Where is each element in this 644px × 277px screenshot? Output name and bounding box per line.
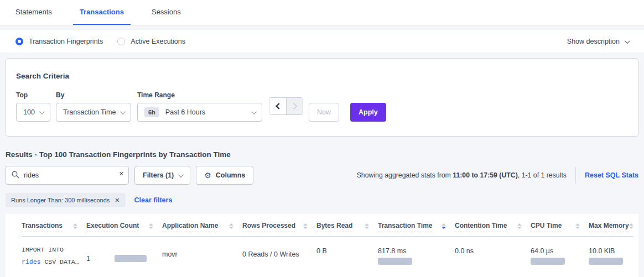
- execution-count-cell: 1: [86, 244, 162, 268]
- filters-label: Filters (1): [143, 171, 174, 179]
- chevron-left-icon: [276, 103, 282, 109]
- chevron-right-icon: [290, 103, 297, 109]
- column-header-max-memory[interactable]: Max Memory: [589, 222, 642, 232]
- tab-transactions[interactable]: Transactions: [73, 0, 131, 25]
- top-label: Top: [16, 91, 56, 99]
- application-name-cell: movr: [162, 244, 242, 268]
- column-header-application-name[interactable]: Application Name: [162, 222, 242, 232]
- table-header-row: Transactions Execution Count Application…: [22, 222, 633, 237]
- time-nav-group: [269, 97, 303, 115]
- column-header-contention-time[interactable]: Contention Time: [455, 222, 531, 232]
- time-range-badge: 6h: [144, 107, 159, 117]
- column-header-transactions[interactable]: Transactions: [22, 222, 86, 232]
- columns-label: Columns: [216, 171, 245, 179]
- search-criteria-panel: Search Criteria Top 100 By Transaction T…: [6, 58, 638, 137]
- by-select[interactable]: Transaction Time: [56, 103, 131, 122]
- time-next-button[interactable]: [286, 98, 303, 114]
- time-range-select[interactable]: 6h Past 6 Hours: [137, 103, 262, 122]
- sort-icon[interactable]: [149, 223, 153, 229]
- time-range-field: Time Range 6h Past 6 Hours: [137, 91, 262, 122]
- clear-filters-link[interactable]: Clear filters: [134, 196, 173, 204]
- tab-statements[interactable]: Statements: [9, 0, 59, 25]
- filters-button[interactable]: Filters (1): [134, 166, 190, 185]
- time-prev-button[interactable]: [269, 98, 286, 114]
- contention-time-cell: 0.0 ns: [455, 244, 531, 268]
- radio-active-executions[interactable]: Active Executions: [117, 38, 185, 45]
- sort-icon[interactable]: [303, 223, 308, 229]
- remove-filter-icon[interactable]: ✕: [115, 197, 120, 204]
- results-table: Transactions Execution Count Application…: [6, 214, 638, 277]
- sort-icon[interactable]: [229, 223, 233, 229]
- search-icon: [12, 171, 19, 180]
- search-criteria-title: Search Criteria: [16, 72, 628, 80]
- sort-icon[interactable]: [629, 223, 633, 229]
- by-select-value: Transaction Time: [63, 108, 116, 116]
- divider: [575, 167, 576, 184]
- radio-label: Active Executions: [131, 38, 185, 45]
- radio-unselected-icon: [117, 38, 125, 45]
- columns-button[interactable]: ⚙ Columns: [196, 166, 253, 185]
- time-range-label: Time Range: [137, 91, 262, 99]
- now-button[interactable]: Now: [309, 103, 339, 122]
- sort-icon[interactable]: [517, 223, 522, 229]
- chevron-down-icon: [120, 109, 126, 114]
- tab-sessions[interactable]: Sessions: [145, 0, 188, 25]
- chevron-down-icon: [39, 109, 45, 114]
- by-field: By Transaction Time: [56, 91, 137, 122]
- results-heading: Results - Top 100 Transaction Fingerprin…: [6, 150, 638, 159]
- chevron-down-icon: [625, 38, 630, 44]
- transaction-time-cell: 817.8 ms: [378, 244, 455, 268]
- radio-label: Transaction Fingerprints: [29, 38, 103, 45]
- table-row: IMPORT INTO rides CSV DATA… 1 movr 0 Rea…: [22, 237, 633, 277]
- search-input[interactable]: [6, 166, 129, 185]
- radio-transaction-fingerprints[interactable]: Transaction Fingerprints: [15, 38, 103, 45]
- clear-search-icon[interactable]: ✕: [119, 170, 124, 177]
- execution-count-bar: [115, 255, 147, 262]
- max-memory-bar: [589, 258, 623, 265]
- column-header-rows-processed[interactable]: Rows Processed: [242, 222, 316, 232]
- transaction-time-bar: [378, 258, 412, 265]
- highlighted-term: rides: [22, 258, 41, 265]
- time-range-value: Past 6 Hours: [165, 108, 205, 116]
- column-header-execution-count[interactable]: Execution Count: [86, 222, 162, 232]
- filter-chip-label: Runs Longer Than: 300 milliseconds: [11, 197, 110, 203]
- bytes-read-cell: 0 B: [316, 244, 378, 268]
- rows-processed-cell: 0 Reads / 0 Writes: [242, 244, 316, 268]
- reset-sql-stats-link[interactable]: Reset SQL Stats: [585, 171, 638, 179]
- top-field: Top 100: [16, 91, 56, 122]
- chevron-down-icon: [251, 109, 257, 114]
- by-label: By: [56, 91, 137, 99]
- filter-chip: Runs Longer Than: 300 milliseconds ✕: [6, 193, 126, 207]
- gear-icon: ⚙: [204, 171, 211, 179]
- apply-button[interactable]: Apply: [350, 103, 386, 122]
- results-section: Results - Top 100 Transaction Fingerprin…: [0, 150, 644, 277]
- top-select[interactable]: 100: [16, 103, 50, 122]
- top-select-value: 100: [23, 108, 35, 116]
- sort-icon[interactable]: [575, 223, 580, 229]
- transaction-statement-link[interactable]: IMPORT INTO rides CSV DATA…: [22, 244, 86, 268]
- results-search-box: ✕: [6, 166, 129, 185]
- show-description-toggle[interactable]: Show description: [567, 38, 629, 45]
- max-memory-cell: 10.0 KiB: [589, 244, 633, 268]
- view-toggle-strip: Transaction Fingerprints Active Executio…: [0, 30, 644, 53]
- radio-selected-icon: [15, 38, 23, 45]
- sort-icon[interactable]: [365, 223, 369, 229]
- column-header-transaction-time[interactable]: Transaction Time: [378, 222, 455, 232]
- sort-icon[interactable]: [442, 223, 446, 229]
- cpu-time-cell: 64.0 µs: [531, 244, 589, 268]
- column-header-bytes-read[interactable]: Bytes Read: [316, 222, 378, 232]
- column-header-cpu-time[interactable]: CPU Time: [531, 222, 589, 232]
- show-description-label: Show description: [567, 38, 620, 45]
- aggregated-stats-text: Showing aggregated stats from 11:00 to 1…: [357, 171, 567, 179]
- cpu-time-bar: [531, 258, 565, 265]
- stats-area: Showing aggregated stats from 11:00 to 1…: [357, 167, 638, 184]
- top-tab-bar: Statements Transactions Sessions: [0, 0, 644, 25]
- sort-icon[interactable]: [73, 223, 77, 229]
- chevron-down-icon: [178, 172, 184, 177]
